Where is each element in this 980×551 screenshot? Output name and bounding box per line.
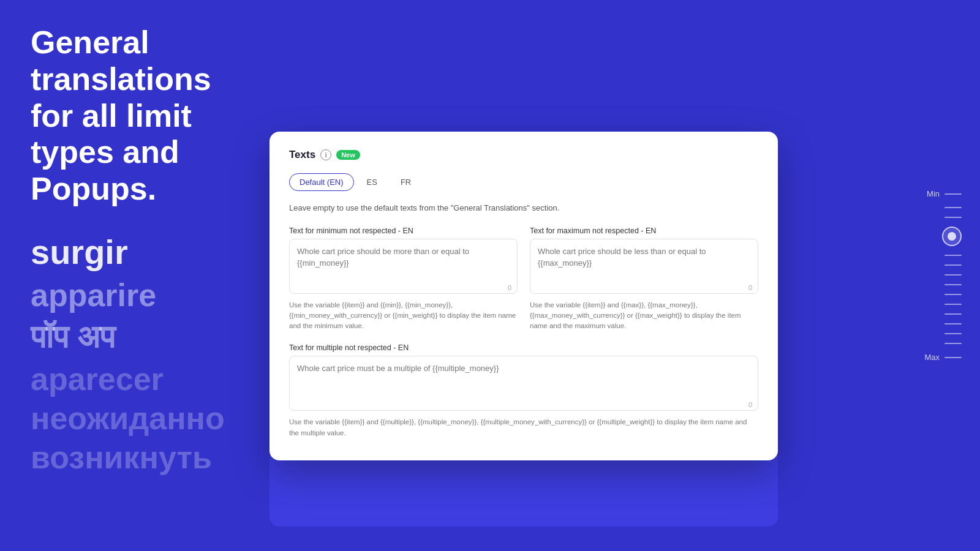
lang-tabs: Default (EN) ES FR	[289, 173, 758, 191]
card-header: Texts i New	[289, 149, 758, 161]
field-min-label: Text for minimum not respected - EN	[289, 227, 518, 235]
bg-title: General translations for all limit types…	[31, 24, 227, 208]
nav-dot-inner	[948, 232, 956, 241]
bg-word-aparecer: aparecer	[31, 361, 227, 397]
bg-word-surgir: surgir	[31, 232, 227, 272]
nav-min[interactable]: Min	[927, 189, 962, 198]
field-min-hint: Use the variable {{item}} and {{min}}, {…	[289, 300, 518, 332]
bg-word-russian2: возникнуть	[31, 439, 227, 476]
nav-line-1[interactable]	[944, 207, 962, 208]
field-multiple-textarea[interactable]	[289, 356, 758, 411]
field-min-wrap: 0	[289, 239, 518, 296]
two-col-fields: Text for minimum not respected - EN 0 Us…	[289, 227, 758, 332]
right-nav: Min Max	[924, 0, 962, 551]
badge-new: New	[336, 150, 360, 160]
tab-default-en[interactable]: Default (EN)	[289, 173, 354, 191]
nav-min-label: Min	[927, 189, 940, 198]
nav-line-6[interactable]	[944, 284, 962, 285]
field-max-textarea[interactable]	[530, 239, 758, 294]
field-multiple-hint: Use the variable {{item}} and {{multiple…	[289, 417, 758, 438]
card-title: Texts	[289, 149, 315, 161]
field-max-container: Text for maximum not respected - EN 0 Us…	[530, 227, 758, 332]
field-multiple-char-count: 0	[748, 401, 752, 408]
nav-max-line	[944, 357, 962, 358]
nav-line-3[interactable]	[944, 255, 962, 256]
field-min-textarea[interactable]	[289, 239, 518, 294]
field-multiple-label: Text for multiple not respected - EN	[289, 343, 758, 352]
field-multiple-wrap: 0	[289, 356, 758, 413]
nav-line-11[interactable]	[944, 333, 962, 334]
nav-line-12[interactable]	[944, 343, 962, 344]
tab-fr[interactable]: FR	[390, 173, 421, 191]
field-max-hint: Use the variable {{item}} and {{max}}, {…	[530, 300, 758, 332]
nav-max-label: Max	[924, 353, 940, 362]
field-min-container: Text for minimum not respected - EN 0 Us…	[289, 227, 518, 332]
field-max-char-count: 0	[748, 284, 752, 291]
nav-line-1-bar	[944, 207, 962, 208]
tab-es[interactable]: ES	[356, 173, 388, 191]
field-min-char-count: 0	[508, 284, 511, 291]
field-max-label: Text for maximum not respected - EN	[530, 227, 758, 235]
background-text: General translations for all limit types…	[0, 0, 257, 503]
nav-line-4[interactable]	[944, 264, 962, 266]
bg-word-apparire: apparire	[31, 277, 227, 313]
field-max-wrap: 0	[530, 239, 758, 296]
bg-word-russian1: неожиданно	[31, 400, 227, 437]
info-icon[interactable]: i	[320, 149, 331, 160]
nav-dot-circle	[942, 227, 962, 246]
nav-active-dot[interactable]	[942, 227, 962, 246]
nav-line-7[interactable]	[944, 294, 962, 295]
main-card: Texts i New Default (EN) ES FR Leave emp…	[270, 132, 778, 460]
nav-line-8[interactable]	[944, 304, 962, 305]
nav-line-5[interactable]	[944, 274, 962, 276]
nav-min-line	[944, 193, 962, 195]
field-multiple-container: Text for multiple not respected - EN 0 U…	[289, 343, 758, 438]
nav-line-2-bar	[944, 217, 962, 218]
card-description: Leave empty to use the default texts fro…	[289, 202, 758, 214]
nav-max[interactable]: Max	[924, 353, 962, 362]
nav-line-9[interactable]	[944, 313, 962, 315]
bg-word-hindi: पॉप अप	[31, 318, 227, 356]
nav-line-10[interactable]	[944, 323, 962, 324]
nav-line-2[interactable]	[944, 217, 962, 218]
